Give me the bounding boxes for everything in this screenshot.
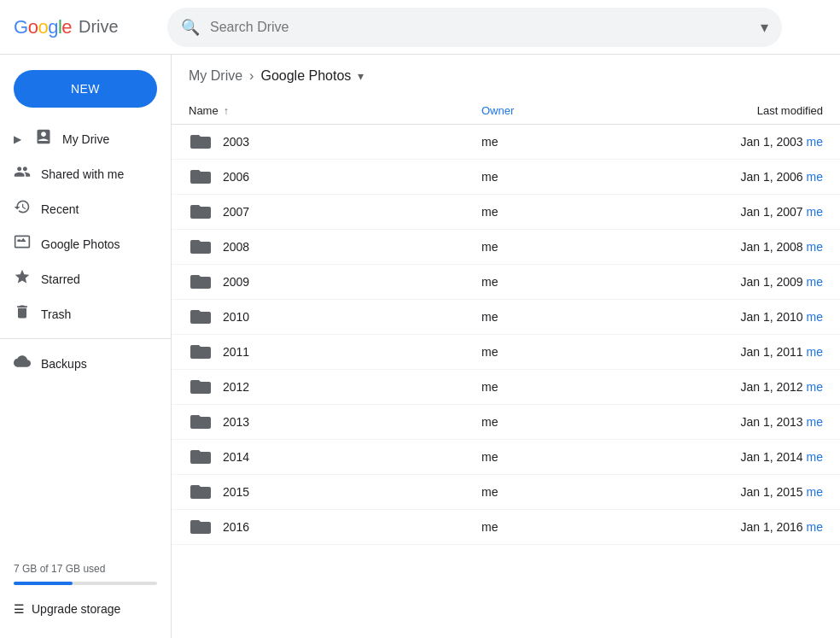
table-row[interactable]: 2007 me Jan 1, 2007 me bbox=[172, 195, 840, 230]
sidebar-item-recent[interactable]: Recent bbox=[0, 191, 157, 226]
sidebar-item-trash[interactable]: Trash bbox=[0, 296, 157, 331]
file-name-cell: 2011 bbox=[189, 342, 481, 362]
file-name-cell: 2016 bbox=[189, 517, 481, 537]
folder-icon bbox=[189, 272, 213, 292]
column-owner[interactable]: Owner bbox=[481, 104, 652, 117]
owner-cell: me bbox=[481, 240, 652, 254]
search-icon: 🔍 bbox=[181, 18, 200, 37]
sidebar-item-starred[interactable]: Starred bbox=[0, 261, 157, 296]
file-name-text: 2014 bbox=[223, 450, 249, 464]
file-name-cell: 2014 bbox=[189, 447, 481, 467]
sidebar-item-label: Trash bbox=[41, 307, 71, 321]
new-button[interactable]: NEW bbox=[14, 70, 157, 108]
breadcrumb-current: Google Photos bbox=[260, 68, 351, 84]
owner-cell: me bbox=[481, 415, 652, 429]
modified-cell: Jan 1, 2007 me bbox=[652, 205, 823, 219]
sidebar-item-label: Starred bbox=[41, 272, 80, 286]
storage-label: 7 GB of 17 GB used bbox=[14, 563, 157, 575]
shared-icon bbox=[14, 163, 31, 184]
table-row[interactable]: 2010 me Jan 1, 2010 me bbox=[172, 300, 840, 335]
modified-cell: Jan 1, 2008 me bbox=[652, 240, 823, 254]
table-row[interactable]: 2014 me Jan 1, 2014 me bbox=[172, 440, 840, 475]
table-row[interactable]: 2009 me Jan 1, 2009 me bbox=[172, 265, 840, 300]
file-name-text: 2016 bbox=[223, 520, 249, 534]
table-row[interactable]: 2015 me Jan 1, 2015 me bbox=[172, 475, 840, 510]
file-name-text: 2010 bbox=[223, 310, 249, 324]
modified-cell: Jan 1, 2009 me bbox=[652, 275, 823, 289]
drive-icon bbox=[35, 128, 52, 149]
breadcrumb-chevron-icon[interactable]: ▾ bbox=[358, 69, 364, 83]
breadcrumb-parent[interactable]: My Drive bbox=[189, 68, 242, 84]
owner-cell: me bbox=[481, 135, 652, 149]
modified-by: me bbox=[807, 520, 823, 534]
sidebar-item-label: Google Photos bbox=[41, 237, 120, 251]
file-name-cell: 2003 bbox=[189, 132, 481, 152]
storage-section: 7 GB of 17 GB used ☰ Upgrade storage bbox=[0, 549, 171, 629]
folder-icon bbox=[189, 377, 213, 397]
modified-by: me bbox=[807, 135, 823, 149]
breadcrumb-separator: › bbox=[249, 68, 254, 84]
storage-bar-background bbox=[14, 582, 157, 585]
owner-cell: me bbox=[481, 275, 652, 289]
file-name-cell: 2013 bbox=[189, 412, 481, 432]
folder-icon bbox=[189, 132, 213, 152]
table-row[interactable]: 2013 me Jan 1, 2013 me bbox=[172, 405, 840, 440]
table-row[interactable]: 2003 me Jan 1, 2003 me bbox=[172, 125, 840, 160]
table-row[interactable]: 2006 me Jan 1, 2006 me bbox=[172, 160, 840, 195]
modified-cell: Jan 1, 2013 me bbox=[652, 415, 823, 429]
modified-cell: Jan 1, 2014 me bbox=[652, 450, 823, 464]
file-table: Name ↑ Owner Last modified 2003 me Jan 1 bbox=[172, 97, 840, 638]
column-name[interactable]: Name ↑ bbox=[189, 104, 481, 117]
file-name-cell: 2012 bbox=[189, 377, 481, 397]
modified-by: me bbox=[807, 240, 823, 254]
owner-cell: me bbox=[481, 170, 652, 184]
owner-cell: me bbox=[481, 345, 652, 359]
drive-label: Drive bbox=[79, 17, 119, 37]
file-name-text: 2009 bbox=[223, 275, 249, 289]
search-input[interactable] bbox=[210, 20, 750, 35]
file-name-cell: 2008 bbox=[189, 237, 481, 257]
search-chevron-icon[interactable]: ▾ bbox=[761, 18, 768, 37]
logo-area: Google Drive bbox=[14, 16, 167, 38]
owner-cell: me bbox=[481, 205, 652, 219]
photos-icon bbox=[14, 233, 31, 255]
modified-cell: Jan 1, 2012 me bbox=[652, 380, 823, 394]
file-name-cell: 2007 bbox=[189, 202, 481, 222]
table-row[interactable]: 2011 me Jan 1, 2011 me bbox=[172, 335, 840, 370]
sidebar-item-backups[interactable]: Backups bbox=[0, 346, 157, 381]
upgrade-label: Upgrade storage bbox=[32, 602, 120, 616]
modified-by: me bbox=[807, 205, 823, 219]
table-row[interactable]: 2016 me Jan 1, 2016 me bbox=[172, 510, 840, 545]
sidebar-item-shared-with-me[interactable]: Shared with me bbox=[0, 156, 157, 191]
sidebar-item-label: Backups bbox=[41, 357, 87, 371]
column-owner-label: Owner bbox=[481, 104, 514, 117]
modified-by: me bbox=[807, 485, 823, 499]
upgrade-storage-button[interactable]: ☰ Upgrade storage bbox=[14, 595, 157, 623]
expand-icon: ▶ bbox=[14, 133, 21, 145]
modified-cell: Jan 1, 2006 me bbox=[652, 170, 823, 184]
column-name-label: Name bbox=[189, 104, 219, 117]
folder-icon bbox=[189, 167, 213, 187]
table-row[interactable]: 2008 me Jan 1, 2008 me bbox=[172, 230, 840, 265]
upgrade-icon: ☰ bbox=[14, 602, 25, 616]
file-rows-container: 2003 me Jan 1, 2003 me 2006 me Jan 1, 20… bbox=[172, 125, 840, 545]
modified-by: me bbox=[807, 345, 823, 359]
owner-cell: me bbox=[481, 450, 652, 464]
column-modified[interactable]: Last modified bbox=[652, 104, 823, 117]
owner-cell: me bbox=[481, 380, 652, 394]
sort-asc-icon: ↑ bbox=[224, 105, 229, 117]
sidebar-item-google-photos[interactable]: Google Photos bbox=[0, 226, 157, 261]
recent-icon bbox=[14, 198, 31, 219]
folder-icon bbox=[189, 517, 213, 537]
file-name-text: 2008 bbox=[223, 240, 249, 254]
header: Google Drive 🔍 ▾ bbox=[0, 0, 840, 55]
sidebar-item-label: Shared with me bbox=[41, 167, 124, 181]
modified-by: me bbox=[807, 415, 823, 429]
breadcrumb: My Drive › Google Photos ▾ bbox=[172, 55, 840, 97]
search-bar[interactable]: 🔍 ▾ bbox=[167, 8, 782, 47]
owner-cell: me bbox=[481, 520, 652, 534]
table-row[interactable]: 2012 me Jan 1, 2012 me bbox=[172, 370, 840, 405]
modified-cell: Jan 1, 2010 me bbox=[652, 310, 823, 324]
sidebar-divider bbox=[0, 338, 171, 339]
sidebar-item-my-drive[interactable]: ▶ My Drive bbox=[0, 121, 157, 156]
